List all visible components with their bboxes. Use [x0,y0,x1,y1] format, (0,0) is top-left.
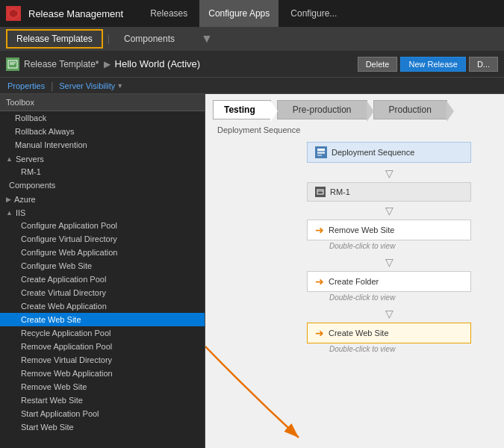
toolbox-item-components[interactable]: Components [0,178,205,192]
toolbox-item-create-web-app[interactable]: Create Web Application [0,299,205,313]
more-button[interactable]: D... [469,57,498,72]
toolbox-item-start-app-pool[interactable]: Start Application Pool [0,407,205,420]
releases-nav-btn[interactable]: Releases [141,0,196,27]
stage-tab-testing[interactable]: Testing [213,100,271,119]
toolbox-header: Toolbox [0,94,205,111]
svg-rect-6 [317,152,325,154]
stage-tab-testing-label: Testing [224,105,255,115]
stage-tabs: Testing Pre-production Production [205,94,504,119]
task-create-folder-arrow-icon: ➜ [315,276,324,287]
server-block-label: RM-1 [330,187,350,196]
down-arrow-2: ▽ [307,205,471,217]
stage-tab-production[interactable]: Production [373,100,447,119]
task-create-web-site[interactable]: ➜ Create Web Site [307,323,471,343]
task-create-folder[interactable]: ➜ Create Folder [307,271,471,292]
down-arrow-1: ▽ [307,167,471,179]
iis-expand-icon: ▲ [6,209,13,217]
toolbox-item-configure-web-app[interactable]: Configure Web Application [0,246,205,259]
release-template-icon [6,57,19,71]
server-block: RM-1 [307,182,471,202]
toolbox-item-start-web-site[interactable]: Start Web Site [0,420,205,434]
breadcrumb-title: Hello World (Active) [115,58,201,69]
toolbox-item-restart-web-site[interactable]: Restart Web Site [0,393,205,407]
toolbox-group-iis-label: IIS [16,208,25,217]
toolbox-group-azure[interactable]: ▶ Azure [0,192,205,205]
configure-nav-btn[interactable]: Configure... [281,0,346,27]
toolbox-item-recycle-app-pool[interactable]: Recycle Application Pool [0,326,205,340]
server-icon [315,187,326,197]
task-create-web-site-arrow-icon: ➜ [315,327,324,339]
toolbox-title: Toolbox [6,98,34,107]
toolbox-item-configure-virtual-dir[interactable]: Configure Virtual Directory [0,232,205,246]
toolbox-item-create-virtual-dir[interactable]: Create Virtual Directory [0,286,205,299]
svg-rect-7 [317,155,322,156]
properties-bar: Properties | Server Visibility ▼ [0,78,504,94]
components-tab[interactable]: Components [114,29,184,49]
toolbox-item-remove-web-site[interactable]: Remove Web Site [0,380,205,393]
task-create-web-site-hint: Double-click to view [307,344,471,356]
top-bar: Release Management Releases Configure Ap… [0,0,504,27]
toolbox-group-iis[interactable]: ▲ IIS [0,205,205,219]
toolbox-panel: Toolbox Rollback Rollback Always Manual … [0,94,205,448]
toolbox-item-create-app-pool[interactable]: Create Application Pool [0,273,205,286]
azure-expand-icon: ▶ [6,196,11,203]
server-visibility-dropdown-icon: ▼ [116,82,123,90]
toolbox-item-rollback[interactable]: Rollback [0,111,205,125]
app-icon [6,6,21,21]
stage-tab-preproduction-label: Pre-production [293,105,352,115]
main-content: Toolbox Rollback Rollback Always Manual … [0,94,504,448]
stage-tab-preproduction[interactable]: Pre-production [277,100,367,119]
svg-rect-5 [317,149,325,151]
sequence-header-label: Deployment Sequence [332,148,414,157]
toolbox-item-create-web-site[interactable]: Create Web Site [0,313,205,326]
right-panel: Testing Pre-production Production Deploy… [205,94,504,448]
prop-separator: | [51,81,53,91]
breadcrumb-arrow: ▶ [104,59,111,69]
toolbox-item-manual-intervention[interactable]: Manual Intervention [0,138,205,152]
toolbox-scroll[interactable]: Rollback Rollback Always Manual Interven… [0,111,205,448]
server-visibility-container: Server Visibility ▼ [59,81,123,90]
svg-rect-8 [317,190,323,194]
toolbox-item-remove-web-app[interactable]: Remove Web Application [0,367,205,380]
toolbox-item-rollback-always[interactable]: Rollback Always [0,125,205,138]
deployment-area: Deployment Sequence Deployment Sequence [205,119,504,448]
task-create-folder-hint: Double-click to view [307,293,471,305]
deployment-area-label: Deployment Sequence [217,125,492,134]
toolbox-group-servers[interactable]: ▲ Servers [0,152,205,165]
toolbox-item-remove-app-pool[interactable]: Remove Application Pool [0,340,205,353]
properties-link[interactable]: Properties [7,81,45,90]
delete-button[interactable]: Delete [358,57,398,72]
toolbox-item-configure-app-pool[interactable]: Configure Application Pool [0,219,205,232]
task-remove-web-site-hint: Double-click to view [307,241,471,253]
configure-apps-nav-btn[interactable]: Configure Apps [199,0,279,27]
breadcrumb-prefix: Release Template* [24,59,99,69]
down-arrow-3: ▽ [307,256,471,268]
task-remove-web-site[interactable]: ➜ Remove Web Site [307,220,471,240]
task-create-web-site-label: Create Web Site [329,329,389,337]
toolbox-group-servers-label: Servers [16,155,44,164]
sub-nav-dropdown-arrow: ▼ [201,32,213,46]
breadcrumb-actions: Delete New Release D... [358,57,498,72]
app-title: Release Management [28,8,123,19]
sequence-header-icon [315,146,327,158]
sequence-panel: Deployment Sequence ▽ RM-1 ▽ [307,142,471,356]
toolbox-item-configure-web-site[interactable]: Configure Web Site [0,259,205,273]
release-templates-tab[interactable]: Release Templates [6,29,103,49]
new-release-button[interactable]: New Release [400,57,465,72]
stage-tab-production-label: Production [389,105,432,115]
sequence-header: Deployment Sequence [307,142,471,163]
toolbox-item-rm1[interactable]: RM-1 [0,165,205,178]
toolbox-item-remove-virtual-dir[interactable]: Remove Virtual Directory [0,353,205,367]
task-create-folder-label: Create Folder [329,277,379,286]
task-remove-web-site-label: Remove Web Site [329,225,394,234]
servers-expand-icon: ▲ [6,155,13,163]
toolbox-group-azure-label: Azure [14,195,36,204]
sub-nav: Release Templates | Components ▼ [0,27,504,51]
nav-separator: | [105,34,113,44]
server-visibility-link[interactable]: Server Visibility [59,81,115,90]
breadcrumb-bar: Release Template* ▶ Hello World (Active)… [0,51,504,78]
down-arrow-4: ▽ [307,308,471,320]
task-remove-arrow-icon: ➜ [315,224,324,236]
